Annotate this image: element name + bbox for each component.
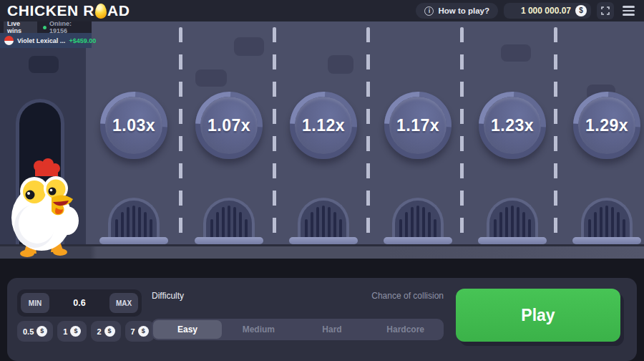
egg-icon (95, 4, 107, 19)
multiplier-value: 1.29x (585, 116, 628, 135)
multiplier-value: 1.03x (112, 116, 155, 135)
balance-display[interactable]: 1 000 000.07 $ (504, 3, 591, 19)
chicken-character (9, 158, 79, 259)
grate-sill (478, 237, 547, 244)
win-amount: +$459.00 (69, 37, 96, 44)
player-name: Violet Lexical ... (17, 37, 65, 44)
fullscreen-icon (601, 6, 610, 15)
online-dot-icon (43, 26, 47, 29)
logo-text-right: AD (107, 2, 130, 19)
bet-min-button[interactable]: MIN (21, 293, 49, 313)
chip-0.5-button[interactable]: 0.5$ (17, 321, 53, 342)
lane-divider (273, 27, 276, 242)
multiplier-disc-3: 1.12x (290, 92, 357, 159)
grate-dome (203, 198, 255, 238)
multiplier-value: 1.17x (396, 116, 439, 135)
live-win-entry: Violet Lexical ... +$459.00 (0, 33, 92, 48)
multiplier-disc-4: 1.17x (384, 92, 452, 159)
grate-sill (572, 237, 641, 244)
difficulty-medium-tab[interactable]: Medium (222, 320, 296, 339)
chip-1-button[interactable]: 1$ (57, 321, 87, 342)
multiplier-disc-6: 1.29x (573, 92, 640, 159)
multiplier-disc-1: 1.03x (100, 92, 167, 159)
lane-divider (460, 27, 464, 242)
fullscreen-button[interactable] (597, 2, 614, 19)
multiplier-value: 1.07x (208, 116, 250, 135)
multiplier-value: 1.23x (491, 116, 534, 135)
asphalt-patch (234, 37, 264, 56)
top-bar: CHICKEN RAD i How to play? 1 000 000.07 … (0, 0, 644, 21)
sewer-grate (478, 198, 547, 244)
control-panel: MIN 0.6 MAX 0.5$ 1$ 2$ 7$ Difficulty Cha… (7, 278, 637, 361)
multiplier-disc-2: 1.07x (195, 92, 263, 159)
sewer-grate (384, 198, 452, 244)
dollar-coin-icon: $ (36, 326, 47, 337)
grate-sill (99, 237, 168, 244)
app-logo: CHICKEN RAD (7, 2, 130, 19)
sewer-grate (572, 198, 641, 244)
grate-sill (384, 237, 452, 244)
multiplier-disc-5: 1.23x (479, 92, 546, 159)
sewer-grate (99, 198, 168, 244)
live-feed-header: Live wins Online: 19156 (0, 21, 92, 33)
chip-value: 2 (97, 327, 101, 336)
difficulty-label: Difficulty (152, 291, 184, 301)
bet-value: 0.6 (49, 298, 109, 308)
menu-button[interactable] (620, 2, 637, 19)
top-bar-actions: i How to play? 1 000 000.07 $ (416, 2, 637, 19)
grate-dome (108, 198, 160, 238)
difficulty-easy-tab[interactable]: Easy (153, 320, 222, 339)
chip-value: 7 (131, 327, 135, 336)
lane-divider (366, 27, 370, 242)
play-button[interactable]: Play (456, 289, 620, 342)
grate-dome (487, 198, 538, 238)
road (86, 21, 644, 244)
online-count: Online: 19156 (49, 20, 88, 34)
asphalt-patch (501, 44, 531, 62)
sewer-grate (289, 198, 358, 244)
quick-bet-chips: 0.5$ 1$ 2$ 7$ (17, 321, 155, 342)
grate-dome (581, 198, 633, 238)
info-icon: i (424, 6, 434, 16)
bet-amount-control: MIN 0.6 MAX (17, 289, 142, 317)
lane-divider (179, 27, 182, 242)
chip-2-button[interactable]: 2$ (91, 321, 120, 342)
asphalt-patch (328, 55, 353, 74)
lane-divider (554, 27, 557, 242)
dollar-coin-icon: $ (104, 326, 115, 337)
chip-7-button[interactable]: 7$ (125, 321, 155, 342)
bet-max-button[interactable]: MAX (109, 293, 138, 313)
player-avatar (4, 36, 14, 45)
grate-dome (298, 198, 349, 238)
balance-value: 1 000 000.07 (521, 6, 571, 16)
sewer-grate (195, 198, 263, 244)
logo-text-left: CHICKEN R (7, 2, 94, 19)
grate-sill (195, 237, 263, 244)
asphalt-patch (29, 56, 59, 73)
difficulty-hardcore-tab[interactable]: Hardcore (369, 320, 442, 339)
chip-value: 1 (63, 327, 67, 336)
grate-sill (289, 237, 358, 244)
grate-dome (392, 198, 444, 238)
asphalt-patch (195, 69, 227, 87)
difficulty-hard-tab[interactable]: Hard (296, 320, 369, 339)
difficulty-selector: Easy Medium Hard Hardcore (152, 319, 444, 340)
how-to-play-label: How to play? (438, 6, 489, 15)
chance-of-collision-label: Chance of collision (265, 291, 444, 301)
multiplier-value: 1.12x (302, 116, 345, 135)
curb (0, 244, 644, 259)
dollar-coin-icon: $ (575, 5, 587, 16)
dollar-coin-icon: $ (70, 326, 81, 337)
hamburger-icon (623, 6, 635, 15)
dollar-coin-icon: $ (138, 326, 149, 337)
chip-value: 0.5 (23, 327, 34, 336)
how-to-play-button[interactable]: i How to play? (416, 3, 498, 19)
